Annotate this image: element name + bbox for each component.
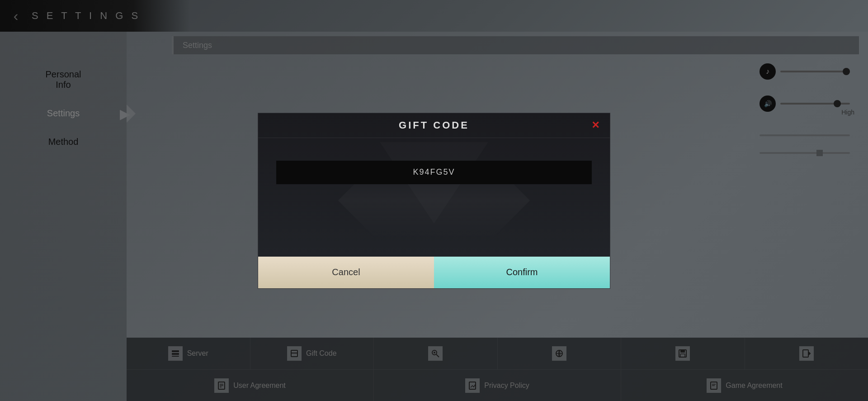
modal-spacer — [276, 184, 592, 239]
modal-footer: Cancel Confirm — [258, 257, 610, 288]
modal-close-button[interactable]: ✕ — [588, 118, 603, 133]
confirm-button[interactable]: Confirm — [434, 257, 610, 288]
gift-code-input[interactable] — [276, 161, 592, 184]
modal-title: GIFT CODE — [399, 119, 469, 131]
cancel-button[interactable]: Cancel — [258, 257, 434, 288]
close-icon: ✕ — [591, 119, 599, 131]
modal-overlay: GIFT CODE ✕ Cancel Confirm — [0, 0, 868, 401]
gift-code-modal: GIFT CODE ✕ Cancel Confirm — [258, 113, 610, 289]
modal-header: GIFT CODE ✕ — [258, 113, 610, 138]
modal-body — [258, 138, 610, 257]
